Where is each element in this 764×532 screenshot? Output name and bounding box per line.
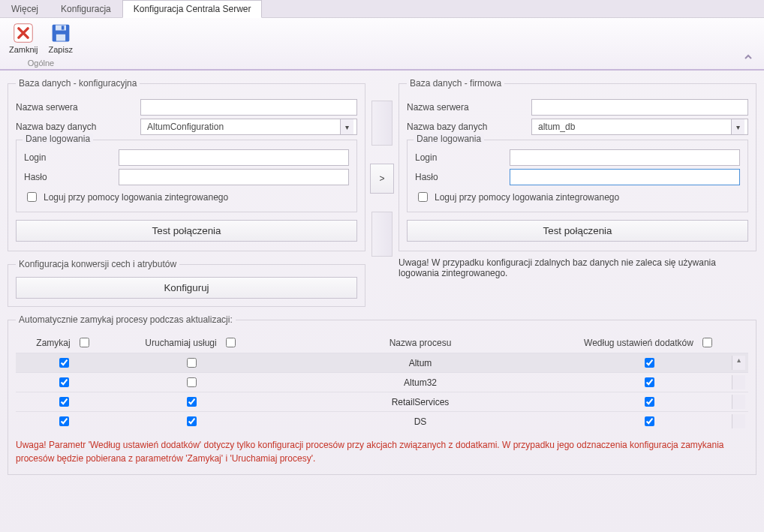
header-process-name: Nazwa procesu [390,338,452,348]
row-addon-checkbox[interactable] [645,416,654,426]
group-config-db: Baza danych - konfiguracyjna Nazwa serwe… [8,78,365,251]
group-attr-conversion-legend: Konfiguracja konwersji cech i atrybutów [16,259,179,269]
group-company-db-legend: Baza danych - firmowa [407,78,504,89]
save-button-label: Zapisz [49,45,73,54]
table-row[interactable]: RetailServices [16,392,748,411]
config-login-group: Dane logowania Login Hasło Loguj przy po… [16,140,357,212]
company-dbname-combo[interactable]: altum_db ▾ [531,119,748,135]
row-process-name: DS [274,416,567,427]
close-button-label: Zamknij [9,45,38,54]
company-integrated-checkbox[interactable] [418,192,428,202]
svg-rect-2 [56,26,66,31]
config-server-label: Nazwa serwera [16,102,136,113]
svg-rect-3 [56,35,65,41]
config-dbname-label: Nazwa bazy danych [16,122,136,132]
company-login-group: Dane logowania Login Hasło Loguj przy po… [407,140,748,212]
save-button[interactable]: Zapisz [46,21,76,56]
scrollbar[interactable] [732,395,745,409]
row-addon-checkbox[interactable] [645,358,654,368]
company-login-input[interactable] [510,149,740,166]
company-dbname-label: Nazwa bazy danych [407,122,527,132]
company-server-label: Nazwa serwera [407,102,527,113]
tab-central-server-config[interactable]: Konfiguracja Centrala Serwer [122,0,263,18]
ribbon-group-label: Ogólne [28,57,54,68]
center-bar-bottom [371,212,393,257]
scrollbar[interactable] [732,375,745,389]
company-test-connection-button[interactable]: Test połączenia [407,220,748,242]
table-row[interactable]: Altum32 [16,372,748,392]
row-addon-checkbox[interactable] [645,377,654,387]
close-icon [13,23,34,45]
chevron-down-icon[interactable]: ▾ [731,119,744,134]
scrollbar[interactable]: ▴ [732,356,745,370]
row-start-checkbox[interactable] [187,416,197,426]
center-bar-top [371,101,393,146]
process-table-body: Altum▴Altum32RetailServicesDS [16,353,748,431]
svg-rect-4 [62,26,65,29]
row-close-checkbox[interactable] [59,397,69,407]
company-server-input[interactable] [531,99,748,116]
close-button[interactable]: Zamknij [6,21,41,56]
row-start-checkbox[interactable] [187,358,197,368]
config-test-connection-button[interactable]: Test połączenia [16,220,357,242]
header-close-checkbox[interactable] [80,338,89,347]
header-addon-checkbox[interactable] [702,338,712,347]
ribbon-collapse-button[interactable] [738,49,758,68]
table-row[interactable]: DS [16,411,748,431]
config-password-input[interactable] [119,169,349,185]
group-config-db-legend: Baza danych - konfiguracyjna [16,78,140,89]
group-process-autoclose-legend: Automatycznie zamykaj procesy podczas ak… [16,314,236,325]
tab-bar: Więcej Konfiguracja Konfiguracja Central… [0,0,764,18]
header-close: Zamykaj [36,338,70,348]
center-column: > [368,78,396,257]
chevron-down-icon[interactable]: ▾ [340,119,353,134]
row-process-name: RetailServices [274,397,567,407]
company-integrated-label: Loguj przy pomocy logowania zintegrowane… [435,192,619,203]
scrollbar[interactable] [732,414,745,428]
config-integrated-label: Loguj przy pomocy logowania zintegrowane… [44,192,228,203]
save-icon [50,23,71,45]
group-process-autoclose: Automatycznie zamykaj procesy podczas ak… [8,314,756,475]
group-company-db: Baza danych - firmowa Nazwa serwera Nazw… [399,78,756,251]
row-close-checkbox[interactable] [59,358,69,368]
row-close-checkbox[interactable] [59,377,69,387]
row-process-name: Altum32 [274,377,567,388]
remote-db-note: Uwaga! W przypadku konfiguracji zdalnych… [399,257,756,278]
ribbon-group-general: Zamknij Zapisz Ogólne [6,21,76,68]
company-login-label: Login [415,152,505,163]
tab-config[interactable]: Konfiguracja [50,0,122,17]
config-password-label: Hasło [24,172,114,182]
config-login-label: Login [24,152,114,163]
company-password-input[interactable] [510,169,740,185]
company-password-label: Hasło [415,172,505,182]
group-attr-conversion: Konfiguracja konwersji cech i atrybutów … [8,259,365,307]
ribbon: Zamknij Zapisz Ogólne [0,18,764,71]
row-addon-checkbox[interactable] [645,397,654,407]
config-server-input[interactable] [140,99,357,116]
company-login-group-label: Dane logowania [414,134,484,144]
process-warning: Uwaga! Parametr 'Według ustawień dodatkó… [16,438,748,465]
config-dbname-combo[interactable]: AltumConfiguration ▾ [140,119,357,135]
row-process-name: Altum [274,358,567,368]
header-start-services: Uruchamiaj usługi [145,338,216,348]
header-addon-settings: Według ustawień dodatków [584,338,693,348]
configure-button[interactable]: Konfiguruj [16,277,357,299]
config-login-group-label: Dane logowania [23,134,93,144]
company-dbname-value: altum_db [535,120,731,134]
row-start-checkbox[interactable] [187,377,197,387]
header-start-checkbox[interactable] [226,338,236,347]
row-start-checkbox[interactable] [187,397,197,407]
config-login-input[interactable] [119,149,349,166]
table-row[interactable]: Altum▴ [16,353,748,372]
transfer-right-button[interactable]: > [370,164,394,194]
config-integrated-checkbox[interactable] [27,192,37,202]
row-close-checkbox[interactable] [59,416,69,426]
process-table-header: Zamykaj Uruchamiaj usługi Nazwa procesu … [16,332,748,353]
config-dbname-value: AltumConfiguration [144,120,340,134]
tab-more[interactable]: Więcej [0,0,50,17]
